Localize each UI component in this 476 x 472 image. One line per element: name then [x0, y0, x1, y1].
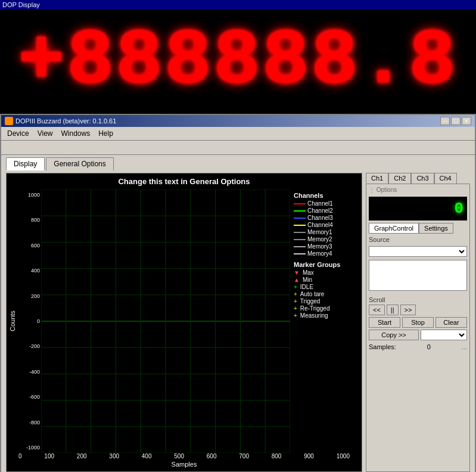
start-stop-clear-row: Start Stop Clear: [369, 317, 467, 328]
idle-marker-icon: +: [294, 284, 297, 290]
menu-windows[interactable]: Windows: [57, 128, 94, 139]
copy-row: Copy >>: [369, 330, 467, 340]
min-marker-icon: ▲: [294, 277, 300, 283]
mini-led-value: 0: [454, 200, 463, 218]
tab-display[interactable]: Display: [6, 157, 45, 170]
chart-legend: Channels Channel1 Channel2 Channel3: [290, 190, 362, 453]
ch3-tab[interactable]: Ch3: [411, 173, 434, 184]
titlebar-controls: — □ ✕: [440, 117, 471, 125]
maximize-button[interactable]: □: [451, 117, 461, 125]
ch1-tab[interactable]: Ch1: [366, 173, 388, 184]
menu-help[interactable]: Help: [95, 128, 117, 139]
stop-button[interactable]: Stop: [402, 317, 434, 328]
chart-title: Change this text in General Options: [7, 173, 362, 190]
menu-view[interactable]: View: [34, 128, 57, 139]
legend-memory3: Memory3: [294, 243, 358, 250]
settings-tab[interactable]: Settings: [419, 223, 453, 234]
channel4-color-swatch: [294, 225, 306, 226]
app-window: DOPIII Buzzard (beta)ver: 0.1.0.61 — □ ✕…: [0, 114, 476, 472]
copy-select[interactable]: [421, 330, 467, 340]
legend-channel3: Channel3: [294, 215, 358, 221]
legend-retrigged: + Re-Trigged: [294, 305, 358, 312]
memory1-color-swatch: [294, 232, 306, 233]
samples-dots: ...: [462, 343, 467, 350]
main-tabs: Display General Options: [1, 155, 475, 170]
source-label: Source: [369, 236, 467, 243]
scroll-label: Scroll: [369, 296, 467, 303]
legend-measuring: + Measuring: [294, 312, 358, 319]
max-marker-icon: ▼: [294, 269, 300, 276]
dop-display-titlebar: DOP Display: [0, 0, 476, 10]
ch2-tab[interactable]: Ch2: [388, 173, 411, 184]
app-titlebar: DOPIII Buzzard (beta)ver: 0.1.0.61 — □ ✕: [1, 115, 475, 127]
memory4-color-swatch: [294, 253, 306, 254]
chart-area: [41, 190, 290, 453]
legend-memory2: Memory2: [294, 236, 358, 243]
channel1-color-swatch: [294, 203, 306, 204]
legend-channel2: Channel2: [294, 207, 358, 214]
chart-body: Counts 1000 800 600 400 200 0 -200 -400 …: [7, 190, 362, 453]
ch4-tab[interactable]: Ch4: [434, 173, 457, 184]
graphcontrol-tab[interactable]: GraphControl: [369, 223, 419, 234]
legend-max: ▼ Max: [294, 269, 358, 276]
clear-button[interactable]: Clear: [435, 317, 467, 328]
led-value: +888888.8: [18, 18, 458, 105]
source-select[interactable]: [369, 246, 467, 257]
chart-xaxis: 0 100 200 300 400 500 600 700 800 900 10…: [7, 453, 362, 471]
tab-general-options[interactable]: General Options: [46, 157, 113, 170]
chart-yticks: 1000 800 600 400 200 0 -200 -400 -600 -8…: [18, 190, 41, 453]
menu-device[interactable]: Device: [4, 128, 33, 139]
legend-channel1: Channel1: [294, 200, 358, 207]
app-title: DOPIII Buzzard (beta)ver: 0.1.0.61: [15, 117, 116, 125]
copy-button[interactable]: Copy >>: [369, 330, 419, 340]
close-button[interactable]: ✕: [462, 117, 471, 125]
main-content: Change this text in General Options Coun…: [1, 170, 475, 472]
chart-yaxis-label: Counts: [7, 190, 18, 453]
legend-autotare: + Auto tare: [294, 291, 358, 297]
source-textarea[interactable]: [369, 260, 467, 291]
sub-tabs: GraphControl Settings: [369, 223, 467, 234]
channels-title: Channels: [294, 192, 358, 199]
samples-value: 0: [427, 343, 431, 350]
samples-row: Samples: 0 ...: [369, 342, 467, 352]
start-button[interactable]: Start: [369, 317, 400, 328]
scroll-left-button[interactable]: <<: [369, 305, 385, 315]
chart-xaxis-label: Samples: [7, 459, 362, 469]
scroll-right-button[interactable]: >>: [400, 305, 416, 315]
menubar: Device View Windows Help: [1, 127, 475, 141]
marker-title: Marker Groups: [294, 261, 358, 268]
legend-trigged: + Trigged: [294, 298, 358, 305]
led-display: +888888.8: [0, 10, 476, 114]
legend-memory1: Memory1: [294, 229, 358, 235]
measuring-marker-icon: +: [294, 312, 297, 319]
chart-panel: Change this text in General Options Coun…: [6, 173, 362, 472]
chart-grid: [41, 190, 290, 453]
app-titlebar-left: DOPIII Buzzard (beta)ver: 0.1.0.61: [5, 117, 116, 125]
autotare-marker-icon: +: [294, 291, 297, 297]
channel2-color-swatch: [294, 210, 306, 212]
dop-display-window: DOP Display +888888.8: [0, 0, 476, 114]
panel-dots-top: ⋮ Options: [369, 187, 467, 194]
scroll-pause-button[interactable]: ||: [387, 305, 399, 315]
ch-panel: ⋮ Options 0 GraphControl Settings Source: [366, 184, 470, 472]
legend-idle: + IDLE: [294, 284, 358, 290]
mini-led-display: 0: [369, 197, 467, 221]
memory3-color-swatch: [294, 246, 306, 247]
memory2-color-swatch: [294, 239, 306, 240]
legend-min: ▲ Min: [294, 277, 358, 283]
trigged-marker-icon: +: [294, 298, 297, 305]
dop-display-title: DOP Display: [2, 1, 40, 8]
samples-label: Samples:: [369, 343, 396, 350]
chart-xaxis-ticks: 0 100 200 300 400 500 600 700 800 900 10…: [7, 453, 362, 459]
retrigged-marker-icon: +: [294, 305, 297, 312]
minimize-button[interactable]: —: [440, 117, 450, 125]
channel-tabs: Ch1 Ch2 Ch3 Ch4: [366, 173, 470, 184]
legend-memory4: Memory4: [294, 250, 358, 257]
scroll-controls: << || >>: [369, 305, 467, 315]
channel3-color-swatch: [294, 218, 306, 219]
app-icon: [5, 117, 13, 125]
legend-channel4: Channel4: [294, 222, 358, 228]
right-panel: Ch1 Ch2 Ch3 Ch4 ⋮ Options 0 GraphControl…: [366, 173, 470, 472]
toolbar-area: [1, 141, 475, 155]
